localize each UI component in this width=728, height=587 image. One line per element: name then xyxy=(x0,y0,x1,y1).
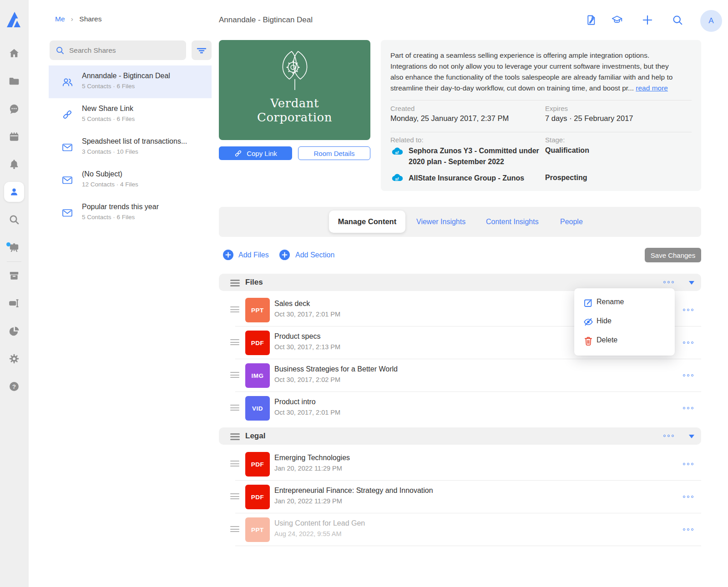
tab-people[interactable]: People xyxy=(560,207,583,237)
file-row[interactable]: PDF Entrepreneurial Finance: Strategy an… xyxy=(219,481,701,513)
file-row[interactable]: PDF Emerging Technologies Jan 20, 2022 1… xyxy=(219,448,701,481)
tab-viewer-insights[interactable]: Viewer Insights xyxy=(416,207,465,237)
related-item-name[interactable]: Sephora Zunos Y3 - Committed under2020 p… xyxy=(409,145,539,167)
sidebar-item-contacts[interactable] xyxy=(4,182,24,202)
menu-item-label: Rename xyxy=(597,298,624,306)
drag-handle-icon[interactable] xyxy=(230,280,240,286)
section-more-button[interactable] xyxy=(663,435,674,437)
add-section-button[interactable]: Add Section xyxy=(295,251,334,259)
settings-icon[interactable] xyxy=(8,353,20,365)
person-icon xyxy=(9,186,20,197)
read-more-link[interactable]: read more xyxy=(636,84,668,92)
company-name-line2: Corporation xyxy=(219,110,370,125)
rename-icon xyxy=(583,297,594,308)
share-item[interactable]: (No Subject) 12 Contacts · 4 Files xyxy=(49,164,212,196)
search-input[interactable] xyxy=(69,46,174,55)
drag-handle-icon[interactable] xyxy=(230,433,240,440)
section-title: Legal xyxy=(245,431,265,441)
company-name-line1: Verdant xyxy=(219,96,370,110)
add-section-icon[interactable] xyxy=(279,250,290,260)
drag-handle-icon[interactable] xyxy=(230,526,239,532)
file-more-button[interactable] xyxy=(683,463,693,465)
svg-text:sf: sf xyxy=(395,177,399,181)
copy-link-label: Copy Link xyxy=(247,150,277,157)
salesforce-icon: sf xyxy=(390,173,404,182)
collapse-caret-icon[interactable] xyxy=(689,435,694,438)
analytics-icon[interactable] xyxy=(8,325,20,337)
stage-label: Stage: xyxy=(545,136,565,144)
related-item-name[interactable]: AllState Insurance Group - Zunos xyxy=(409,173,524,184)
share-list: Annandale - Bigtincan Deal 5 Contacts · … xyxy=(49,65,212,229)
divider xyxy=(390,100,692,100)
help-icon[interactable]: ? xyxy=(8,381,20,392)
room-details-button[interactable]: Room Details xyxy=(298,146,370,160)
drag-handle-icon[interactable] xyxy=(230,339,239,345)
home-icon[interactable] xyxy=(8,47,20,59)
file-row[interactable]: VID Product intro Oct 30, 2017, 2:01 PM xyxy=(219,392,701,425)
document-pen-icon[interactable] xyxy=(585,14,597,26)
share-meta: 5 Contacts · 6 Files xyxy=(82,214,135,221)
breadcrumb-separator: › xyxy=(71,15,73,23)
avatar[interactable]: A xyxy=(700,10,722,32)
drag-handle-icon[interactable] xyxy=(230,461,239,467)
menu-item-label: Hide xyxy=(597,317,612,325)
share-meta: 12 Contacts · 4 Files xyxy=(82,181,138,188)
app-logo[interactable] xyxy=(6,10,23,29)
file-name: Business Strategies for a Better World xyxy=(274,365,398,373)
share-item[interactable]: Speadsheet list of transactions... 3 Con… xyxy=(49,131,212,164)
files-icon[interactable] xyxy=(8,75,20,87)
tab-content-insights[interactable]: Content Insights xyxy=(486,207,539,237)
description-line: Part of creating a seamless selling expe… xyxy=(390,50,672,61)
related-item-stage: Qualification xyxy=(545,146,589,155)
menu-item-hide[interactable]: Hide xyxy=(574,312,675,331)
filter-button[interactable] xyxy=(192,40,212,60)
drag-handle-icon[interactable] xyxy=(230,372,239,378)
nav-rail: ? xyxy=(0,0,29,587)
envelope-icon xyxy=(61,141,73,153)
drag-handle-icon[interactable] xyxy=(230,493,239,499)
legal-rows: PDF Emerging Technologies Jan 20, 2022 1… xyxy=(219,448,701,546)
drag-handle-icon[interactable] xyxy=(230,405,239,411)
notifications-icon[interactable] xyxy=(8,158,20,170)
company-card[interactable]: Verdant Corporation xyxy=(219,40,370,140)
collapse-caret-icon[interactable] xyxy=(689,281,694,285)
chat-icon[interactable] xyxy=(8,103,20,115)
menu-item-rename[interactable]: Rename xyxy=(574,293,675,312)
verdant-logo xyxy=(271,49,318,96)
section-more-button[interactable] xyxy=(663,281,674,283)
save-changes-button[interactable]: Save Changes xyxy=(645,248,701,262)
forms-icon[interactable] xyxy=(8,297,20,309)
breadcrumb-me[interactable]: Me xyxy=(55,15,65,23)
search-header-icon[interactable] xyxy=(672,14,683,26)
share-meta: 5 Contacts · 6 Files xyxy=(82,83,135,90)
search-rail-icon[interactable] xyxy=(8,214,20,226)
search-shares-box[interactable] xyxy=(50,40,186,60)
tab-manage-content[interactable]: Manage Content xyxy=(329,211,405,233)
copy-link-button[interactable]: Copy Link xyxy=(219,146,292,160)
section-header-legal[interactable]: Legal xyxy=(219,427,701,445)
file-row[interactable]: IMG Business Strategies for a Better Wor… xyxy=(219,359,701,392)
menu-item-delete[interactable]: Delete xyxy=(574,331,675,351)
file-date: Aug 24, 2022, 9:55 AM xyxy=(274,530,342,537)
file-more-button[interactable] xyxy=(683,374,693,376)
file-more-button[interactable] xyxy=(683,528,693,531)
file-more-button[interactable] xyxy=(683,496,693,498)
share-item[interactable]: New Share Link 5 Contacts · 6 Files xyxy=(49,98,212,131)
drag-handle-icon[interactable] xyxy=(230,306,239,312)
description-line: also enhance the functionality of the to… xyxy=(390,72,672,83)
file-row-hidden[interactable]: PPT Using Content for Lead Gen Aug 24, 2… xyxy=(219,513,701,546)
share-item[interactable]: Popular trends this year 5 Contacts · 6 … xyxy=(49,196,212,229)
envelope-icon xyxy=(61,207,73,219)
file-more-button[interactable] xyxy=(683,341,693,344)
learning-cap-icon[interactable] xyxy=(611,14,623,26)
share-title: Annandale - Bigtincan Deal xyxy=(82,72,170,80)
breadcrumb-shares: Shares xyxy=(79,15,101,23)
file-more-button[interactable] xyxy=(683,309,693,311)
file-more-button[interactable] xyxy=(683,407,693,409)
add-files-button[interactable]: Add Files xyxy=(238,251,269,259)
add-files-icon[interactable] xyxy=(223,250,233,260)
archive-icon[interactable] xyxy=(8,270,20,281)
add-icon[interactable] xyxy=(642,14,653,26)
share-item[interactable]: Annandale - Bigtincan Deal 5 Contacts · … xyxy=(49,65,212,98)
calendar-icon[interactable] xyxy=(8,131,20,143)
